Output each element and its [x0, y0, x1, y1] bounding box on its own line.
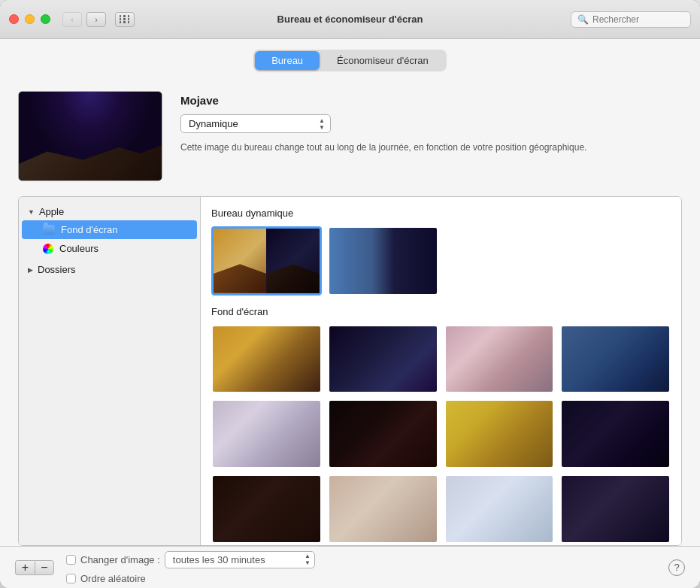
- nav-buttons: ‹ ›: [62, 12, 135, 27]
- stat11-image: [446, 476, 553, 542]
- wallpaper-stat1[interactable]: [211, 325, 322, 394]
- triangle-right-icon: ▶: [28, 266, 33, 274]
- static-grid: [211, 325, 671, 544]
- stat12-image: [562, 476, 669, 542]
- close-button[interactable]: [9, 14, 19, 24]
- wallpaper-stat7[interactable]: [444, 399, 555, 468]
- wallpaper-series-title: Mojave: [180, 94, 682, 107]
- add-remove-group: + −: [15, 560, 54, 575]
- sidebar-apple-label: Apple: [39, 206, 64, 217]
- stat8-image: [562, 401, 669, 467]
- dynamic-dropdown[interactable]: Dynamique Clair Sombre: [180, 114, 331, 133]
- search-box[interactable]: 🔍: [571, 11, 691, 28]
- stat2-image: [329, 326, 437, 393]
- dropdown-wrapper: Dynamique Clair Sombre ▲ ▼: [180, 114, 331, 133]
- sidebar: ▼ Apple Fond d'écran Couleurs ▶ Dossiers: [19, 197, 201, 545]
- titlebar: ‹ › Bureau et économiseur d'écran 🔍: [0, 0, 700, 39]
- bottom-options: Changer d'image : toutes les 30 minutes …: [66, 551, 315, 584]
- stat3-image: [446, 326, 553, 393]
- search-input[interactable]: [592, 14, 683, 25]
- color-wheel-icon: [43, 244, 53, 254]
- preview-row: Mojave Dynamique Clair Sombre ▲ ▼: [18, 79, 682, 196]
- dynamic-grid: [211, 226, 671, 296]
- interval-select[interactable]: toutes les 30 minutes toutes les 5 minut…: [165, 551, 315, 568]
- stat10-image: [329, 476, 437, 542]
- stat1-image: [213, 326, 320, 393]
- sidebar-dossiers-label: Dossiers: [38, 264, 76, 275]
- preview-dune-shape: [19, 139, 162, 180]
- dyn1-image: [214, 229, 320, 293]
- stat9-image: [213, 476, 320, 542]
- sidebar-section-apple[interactable]: ▼ Apple: [19, 203, 200, 220]
- remove-folder-button[interactable]: −: [35, 560, 54, 575]
- sidebar-couleurs-label: Couleurs: [59, 243, 98, 254]
- description-text: Cette image du bureau change tout au lon…: [180, 141, 617, 154]
- sidebar-fond-ecran-label: Fond d'écran: [61, 224, 117, 235]
- dyn2-image: [329, 228, 437, 294]
- wallpaper-stat6[interactable]: [328, 399, 438, 468]
- help-button[interactable]: ?: [668, 559, 685, 576]
- grid-dots-icon: [120, 15, 131, 23]
- sidebar-item-couleurs[interactable]: Couleurs: [19, 239, 200, 258]
- stat7-image: [446, 401, 553, 467]
- change-image-row[interactable]: Changer d'image : toutes les 30 minutes …: [66, 551, 315, 568]
- wallpaper-stat5[interactable]: [211, 399, 322, 468]
- traffic-lights: [9, 14, 50, 24]
- back-button[interactable]: ‹: [62, 12, 82, 27]
- wallpaper-dyn1[interactable]: [211, 226, 322, 296]
- wallpaper-stat2[interactable]: [328, 325, 438, 394]
- triangle-down-icon: ▼: [28, 208, 35, 216]
- content-area: ▼ Apple Fond d'écran Couleurs ▶ Dossiers: [18, 196, 682, 546]
- wallpaper-stat3[interactable]: [444, 325, 555, 394]
- tabs-bar: Bureau Économiseur d'écran: [0, 39, 700, 79]
- sidebar-section-dossiers[interactable]: ▶ Dossiers: [19, 261, 200, 278]
- wallpaper-stat9[interactable]: [211, 474, 322, 544]
- random-order-row[interactable]: Ordre aléatoire: [66, 573, 315, 584]
- main-content: Mojave Dynamique Clair Sombre ▲ ▼: [0, 79, 700, 546]
- tab-economiseur[interactable]: Économiseur d'écran: [320, 51, 445, 70]
- add-folder-button[interactable]: +: [15, 560, 35, 575]
- wallpaper-stat8[interactable]: [560, 399, 671, 468]
- change-image-checkbox[interactable]: [66, 555, 76, 565]
- dropdown-row: Dynamique Clair Sombre ▲ ▼: [180, 114, 682, 133]
- tab-group: Bureau Économiseur d'écran: [253, 50, 447, 71]
- static-section-title: Fond d'écran: [211, 306, 671, 317]
- wallpaper-stat4[interactable]: [560, 325, 671, 394]
- window-title: Bureau et économiseur d'écran: [277, 14, 423, 25]
- stat6-image: [329, 401, 437, 467]
- search-icon: 🔍: [577, 14, 589, 25]
- sidebar-item-fond-ecran[interactable]: Fond d'écran: [22, 220, 197, 239]
- wallpaper-stat12[interactable]: [560, 474, 671, 544]
- wallpaper-dyn2[interactable]: [328, 226, 438, 296]
- forward-button[interactable]: ›: [86, 12, 106, 27]
- bottom-right: ?: [668, 559, 685, 576]
- bottom-bar: + − Changer d'image : toutes les 30 minu…: [0, 546, 700, 588]
- wallpaper-stat10[interactable]: [328, 474, 438, 544]
- minimize-button[interactable]: [25, 14, 35, 24]
- main-window: ‹ › Bureau et économiseur d'écran 🔍 Bure…: [0, 0, 700, 588]
- interval-wrapper: toutes les 30 minutes toutes les 5 minut…: [165, 551, 315, 568]
- grid-view-button[interactable]: [115, 12, 135, 27]
- change-image-label: Changer d'image :: [80, 554, 160, 565]
- maximize-button[interactable]: [41, 14, 50, 24]
- random-order-checkbox[interactable]: [66, 574, 76, 583]
- tab-bureau[interactable]: Bureau: [255, 51, 320, 70]
- random-order-label: Ordre aléatoire: [80, 573, 146, 584]
- preview-image: [19, 92, 162, 180]
- folder-icon: [43, 225, 55, 235]
- stat4-image: [562, 326, 669, 393]
- wallpaper-stat11[interactable]: [444, 474, 555, 544]
- dynamic-section-title: Bureau dynamique: [211, 208, 671, 219]
- preview-thumbnail: [18, 91, 162, 181]
- grid-panel: Bureau dynamique Fond: [201, 197, 681, 545]
- settings-panel: Mojave Dynamique Clair Sombre ▲ ▼: [180, 91, 682, 181]
- stat5-image: [213, 401, 320, 467]
